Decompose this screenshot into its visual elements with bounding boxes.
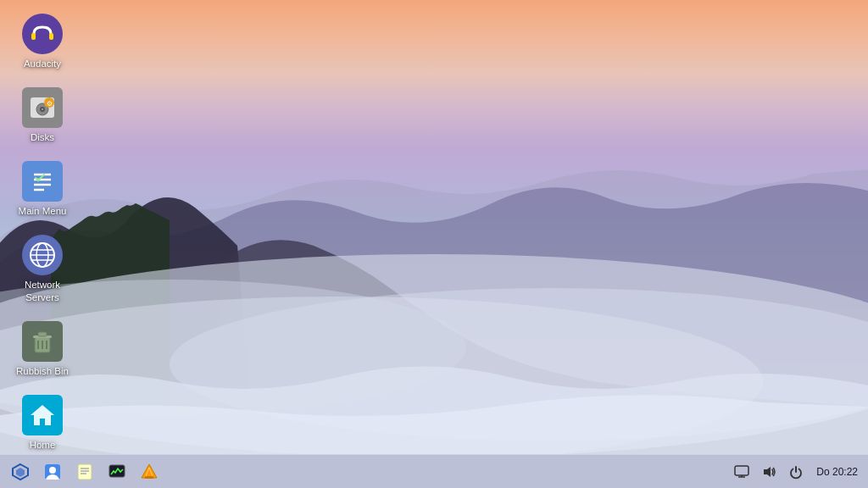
- taskbar-datetime[interactable]: Do 20:22: [811, 466, 863, 478]
- svg-point-9: [42, 108, 43, 110]
- desktop-icon-disks[interactable]: ⚙ Disks: [8, 82, 76, 149]
- svg-rect-4: [31, 33, 36, 40]
- home-icon-img: [22, 395, 63, 435]
- mainmenu-icon-img: [22, 161, 63, 202]
- vlc-button[interactable]: [134, 457, 164, 487]
- svg-rect-39: [145, 476, 153, 479]
- svg-rect-5: [49, 33, 53, 40]
- svg-marker-38: [142, 464, 157, 478]
- desktop-icon-main-menu[interactable]: Main Menu: [8, 156, 76, 223]
- home-label: Home: [30, 439, 56, 452]
- desktop: Audacity ⚙ Disks: [0, 0, 868, 488]
- volume-icon-button[interactable]: [757, 460, 781, 484]
- notes-button[interactable]: [70, 457, 100, 487]
- network-servers-label: Network Servers: [12, 279, 73, 304]
- audacity-icon-img: [22, 14, 63, 54]
- svg-point-2: [170, 288, 868, 441]
- svg-marker-45: [764, 467, 771, 477]
- svg-rect-42: [735, 466, 748, 475]
- rubbish-bin-label: Rubbish Bin: [16, 365, 69, 378]
- mainmenu-label: Main Menu: [19, 205, 67, 218]
- desktop-icon-network-servers[interactable]: Network Servers: [8, 230, 76, 309]
- contacts-button[interactable]: [37, 457, 68, 487]
- disks-icon-img: ⚙: [22, 87, 63, 128]
- disks-label: Disks: [31, 131, 54, 144]
- system-monitor-button[interactable]: [102, 457, 132, 487]
- desktop-icon-home[interactable]: Home: [8, 390, 76, 457]
- display-icon-button[interactable]: [730, 460, 754, 484]
- desktop-icon-audacity[interactable]: Audacity: [8, 8, 76, 75]
- svg-marker-30: [16, 468, 25, 477]
- svg-rect-33: [78, 464, 92, 480]
- audacity-label: Audacity: [24, 58, 61, 70]
- taskbar-right: Do 20:22: [730, 460, 863, 484]
- svg-rect-28: [40, 419, 45, 425]
- network-icon-img: [22, 235, 63, 275]
- svg-rect-23: [38, 332, 47, 336]
- zorin-menu-button[interactable]: [5, 457, 36, 487]
- taskbar-left: [5, 457, 164, 487]
- desktop-icons: Audacity ⚙ Disks: [8, 8, 76, 457]
- rubbish-icon-img: [22, 321, 63, 362]
- taskbar: Do 20:22: [0, 454, 868, 488]
- background-scene: [0, 0, 868, 454]
- svg-point-1: [0, 297, 763, 454]
- svg-text:⚙: ⚙: [47, 100, 53, 108]
- desktop-icon-rubbish-bin[interactable]: Rubbish Bin: [8, 316, 76, 383]
- svg-point-0: [0, 254, 868, 454]
- svg-point-32: [49, 467, 56, 474]
- power-icon-button[interactable]: [784, 460, 808, 484]
